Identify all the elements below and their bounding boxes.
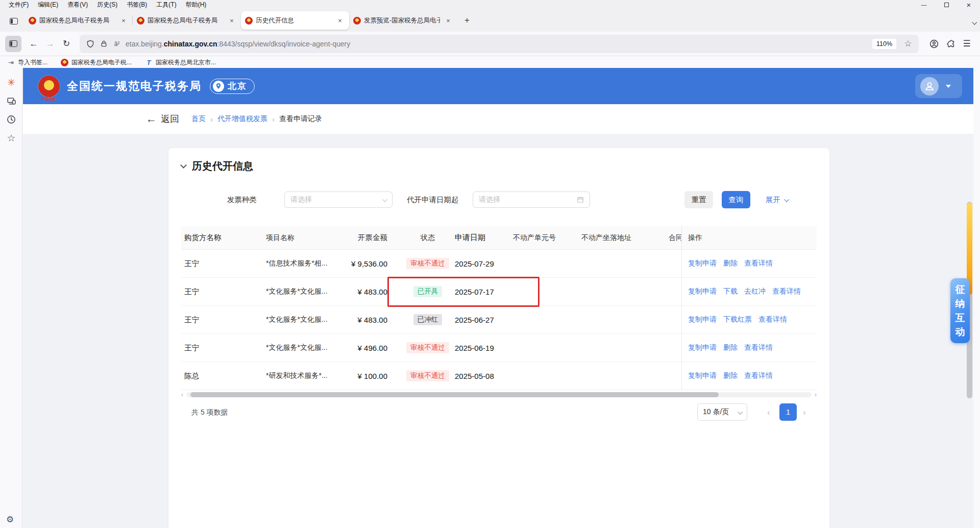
synced-tabs-icon[interactable] — [0, 93, 22, 109]
interaction-float-button[interactable]: 征纳互动 — [950, 278, 970, 343]
tab-title: 国家税务总局电子税务局 — [148, 16, 224, 25]
scroll-right-icon[interactable]: › — [812, 391, 817, 398]
bookmark-item[interactable]: T国家税务总局北京市... — [145, 58, 216, 67]
hscroll-track[interactable] — [186, 392, 812, 397]
menu-item[interactable]: 编辑(E) — [33, 1, 63, 9]
amount-cell: ¥ 496.00 — [345, 344, 401, 352]
action-link[interactable]: 复制申请 — [688, 287, 717, 296]
next-page-button[interactable]: › — [803, 407, 806, 418]
prev-page-button[interactable]: ‹ — [767, 407, 770, 418]
hscroll-thumb[interactable] — [190, 392, 719, 397]
menu-bar-items: 文件(F)编辑(E)查看(V)历史(S)书签(B)工具(T)帮助(H) — [4, 1, 211, 9]
menu-item[interactable]: 历史(S) — [92, 1, 122, 9]
breadcrumb-invoice[interactable]: 代开增值税发票 — [217, 114, 267, 124]
menu-item[interactable]: 帮助(H) — [181, 1, 211, 9]
tab-close-icon[interactable]: × — [118, 15, 129, 26]
scroll-left-icon[interactable]: ‹ — [181, 391, 186, 398]
action-link[interactable]: 下载红票 — [723, 315, 752, 324]
maximize-button[interactable] — [935, 0, 958, 9]
action-link[interactable]: 复制申请 — [688, 315, 717, 324]
url-text[interactable]: etax.beijing.chinatax.gov.cn:8443/sqsp/v… — [126, 40, 872, 48]
reload-button[interactable]: ↻ — [58, 36, 75, 52]
settings-gear-icon[interactable]: ⚙ — [6, 514, 14, 525]
browser-tab[interactable]: ★国家税务总局电子税务局× — [24, 11, 133, 30]
table-row: 王宁*文化服务*文化服...¥ 483.00已开具2025-07-17复制申请下… — [181, 278, 817, 306]
action-link[interactable]: 查看详情 — [744, 371, 773, 380]
expand-link[interactable]: 展开 — [766, 191, 788, 208]
bookmark-item[interactable]: ★国家税务总局电子税... — [61, 58, 132, 67]
breadcrumb-home[interactable]: 首页 — [191, 114, 206, 124]
query-button[interactable]: 查询 — [722, 191, 750, 208]
action-link[interactable]: 查看详情 — [744, 259, 773, 268]
apply-date-input[interactable]: 请选择 — [473, 191, 590, 208]
action-link[interactable]: 查看详情 — [772, 287, 801, 296]
calendar-icon — [577, 196, 584, 203]
status-cell: 已冲红 — [401, 314, 452, 326]
user-menu[interactable] — [915, 74, 962, 98]
close-button[interactable]: × — [958, 0, 980, 9]
browser-tab[interactable]: ★历史代开信息× — [241, 11, 349, 30]
lock-icon[interactable] — [97, 37, 110, 51]
action-link[interactable]: 删除 — [723, 343, 738, 352]
bookmark-star-icon[interactable]: ☆ — [901, 37, 915, 51]
tab-close-icon[interactable]: × — [227, 15, 237, 26]
region-selector[interactable]: 北京 — [210, 79, 255, 94]
collapse-caret-icon[interactable] — [180, 162, 187, 169]
action-link[interactable]: 复制申请 — [688, 259, 717, 268]
list-all-tabs-button[interactable] — [972, 17, 976, 27]
panel-title: 历史代开信息 — [192, 159, 253, 173]
action-link[interactable]: 删除 — [723, 259, 738, 268]
action-link[interactable]: 下载 — [723, 287, 738, 296]
invoice-type-select[interactable]: 请选择 — [284, 191, 393, 208]
new-tab-button[interactable]: + — [459, 13, 475, 28]
tab-close-icon[interactable]: × — [335, 15, 345, 26]
date-cell: 2025-07-17 — [452, 287, 503, 296]
hamburger-menu-icon[interactable]: ☰ — [959, 36, 975, 52]
browser-tab[interactable]: ★国家税务总局电子税务局× — [133, 11, 241, 30]
page-size-select[interactable]: 10 条/页 — [697, 403, 747, 421]
tab-close-icon[interactable]: × — [443, 15, 453, 26]
account-icon[interactable] — [926, 36, 942, 52]
ai-chat-icon[interactable]: ✳ — [0, 75, 22, 90]
action-link[interactable]: 去红冲 — [744, 287, 766, 296]
horizontal-scrollbar[interactable]: ‹ › — [181, 392, 817, 398]
tab-title: 发票预览-国家税务总局电子发 — [364, 16, 440, 25]
chevron-down-icon — [784, 197, 789, 202]
action-link[interactable]: 复制申请 — [688, 343, 717, 352]
firefox-view-button[interactable] — [6, 12, 21, 30]
breadcrumb: 首页 › 代开增值税发票 › 查看申请记录 — [191, 114, 322, 124]
bookmark-label: 国家税务总局电子税... — [71, 58, 132, 67]
action-link[interactable]: 查看详情 — [758, 315, 787, 324]
apply-date-label: 代开申请日期起 — [407, 191, 459, 208]
column-header: 申请日期 — [452, 233, 503, 243]
current-page-button[interactable]: 1 — [779, 403, 797, 421]
action-link[interactable]: 查看详情 — [744, 343, 773, 352]
menu-item[interactable]: 书签(B) — [122, 1, 152, 9]
sidebar-toggle-button[interactable] — [5, 36, 21, 52]
column-header: 项目名称 — [263, 233, 345, 243]
menu-item[interactable]: 查看(V) — [63, 1, 92, 9]
bookmarks-star-icon[interactable]: ☆ — [0, 130, 22, 146]
table-row: 王宁*信息技术服务*相...¥ 9,536.00审核不通过2025-07-29复… — [181, 250, 817, 278]
sidebar-icon — [9, 40, 17, 47]
back-button[interactable]: ← — [26, 36, 42, 52]
history-clock-icon[interactable] — [0, 112, 22, 127]
reset-button[interactable]: 重置 — [684, 191, 713, 208]
shield-icon[interactable] — [84, 37, 97, 51]
browser-tab[interactable]: ★发票预览-国家税务总局电子发× — [349, 11, 457, 30]
status-badge: 审核不通过 — [406, 258, 449, 270]
zoom-level-badge[interactable]: 110% — [872, 39, 896, 49]
back-link[interactable]: ← 返回 — [146, 113, 179, 125]
action-link[interactable]: 删除 — [723, 371, 738, 380]
menu-item[interactable]: 文件(F) — [4, 1, 33, 9]
status-badge: 审核不通过 — [406, 370, 449, 382]
forward-button[interactable]: → — [42, 36, 58, 52]
buyer-name-cell: 王宁 — [181, 343, 263, 353]
extensions-icon[interactable] — [942, 36, 959, 52]
minimize-button[interactable]: — — [913, 0, 935, 9]
url-bar[interactable]: ā² etax.beijing.chinatax.gov.cn:8443/sqs… — [80, 35, 919, 53]
translate-icon[interactable]: ā² — [110, 37, 124, 51]
bookmark-item[interactable]: ⇥导入书签... — [7, 58, 47, 67]
menu-item[interactable]: 工具(T) — [152, 1, 181, 9]
action-link[interactable]: 复制申请 — [688, 371, 717, 380]
